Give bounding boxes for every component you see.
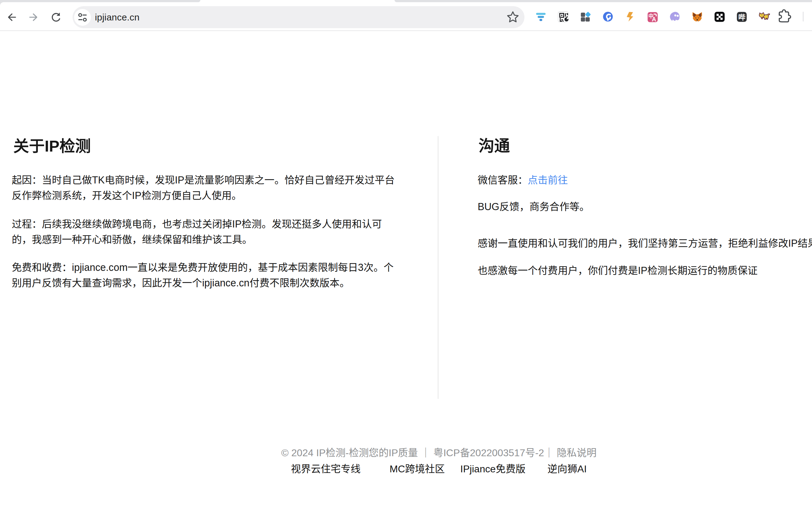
svg-text:哔: 哔	[738, 13, 745, 21]
svg-text:A: A	[652, 16, 656, 23]
